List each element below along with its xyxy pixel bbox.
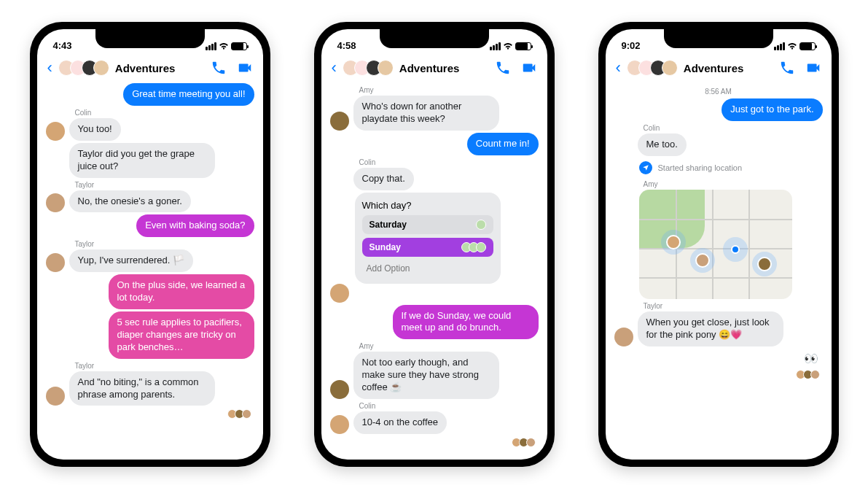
group-avatars[interactable]	[58, 60, 109, 76]
poll-add-option[interactable]: Add Option	[362, 260, 493, 276]
message-bubble[interactable]: Not too early though, and make sure they…	[353, 352, 499, 399]
seen-indicator	[614, 368, 823, 381]
status-right	[490, 41, 531, 51]
map-pin[interactable]	[661, 230, 686, 255]
message-bubble[interactable]: Copy that.	[353, 168, 414, 190]
map-attachment[interactable]	[639, 190, 792, 299]
message-list[interactable]: Amy Who's down for another playdate this…	[321, 83, 547, 460]
voice-call-icon[interactable]	[495, 60, 511, 76]
message-bubble[interactable]: Me too.	[638, 133, 687, 156]
sender-label: Amy	[644, 180, 823, 188]
map-pin-me[interactable]	[723, 237, 748, 262]
message-bubble[interactable]: 10-4 on the coffee	[353, 411, 447, 434]
wifi-icon	[787, 41, 797, 51]
phone-mockup-3: 9:02 ‹ Adventures 8:56 AM Just got to th…	[598, 22, 839, 467]
avatar[interactable]	[330, 380, 349, 399]
avatar[interactable]	[330, 284, 349, 303]
sender-label: Colin	[359, 402, 539, 410]
message-bubble[interactable]: Yup, I've surrendered. 🏳️	[69, 249, 193, 272]
chat-header: ‹ Adventures	[606, 54, 832, 83]
location-share-notice: Started sharing location	[639, 158, 823, 177]
location-icon	[639, 161, 652, 174]
back-button[interactable]: ‹	[47, 58, 52, 77]
wifi-icon	[503, 41, 513, 51]
message-bubble[interactable]: Even with baking soda?	[136, 214, 254, 237]
status-right	[774, 41, 816, 51]
message-bubble[interactable]: Great time meeting you all!	[123, 83, 254, 106]
message-bubble[interactable]: You too!	[69, 118, 121, 141]
sender-label: Taylor	[75, 240, 254, 248]
avatar[interactable]	[46, 193, 65, 212]
battery-icon	[515, 42, 531, 50]
message-bubble[interactable]: Count me in!	[467, 133, 539, 155]
avatar[interactable]	[614, 328, 633, 346]
notch	[664, 29, 773, 48]
phone-mockup-1: 4:43 ‹ Adventures Great time meeting you…	[30, 22, 270, 467]
seen-indicator	[46, 408, 254, 420]
signal-icon	[490, 42, 501, 50]
message-list[interactable]: 8:56 AM Just got to the park. Colin Me t…	[606, 83, 832, 460]
timestamp: 8:56 AM	[614, 88, 823, 96]
status-right	[206, 41, 247, 51]
video-call-icon[interactable]	[237, 60, 253, 76]
back-button[interactable]: ‹	[616, 58, 621, 77]
voice-call-icon[interactable]	[211, 60, 227, 76]
poll-card[interactable]: Which day? Saturday Sunday Add Option	[355, 193, 501, 284]
signal-icon	[774, 42, 785, 50]
reaction[interactable]: 👀	[614, 349, 823, 368]
screen: 9:02 ‹ Adventures 8:56 AM Just got to th…	[606, 29, 832, 460]
sender-label: Colin	[644, 124, 823, 132]
wifi-icon	[219, 41, 229, 51]
avatar[interactable]	[46, 253, 65, 272]
avatar[interactable]	[330, 415, 349, 434]
message-bubble[interactable]: And "no biting," is a common phrase amon…	[69, 371, 215, 406]
chat-title[interactable]: Adventures	[399, 62, 489, 74]
back-button[interactable]: ‹	[332, 58, 337, 77]
clock: 4:58	[337, 40, 356, 51]
poll-question: Which day?	[362, 200, 493, 211]
message-list[interactable]: Great time meeting you all! Colin You to…	[37, 83, 263, 460]
map-pin[interactable]	[690, 248, 715, 273]
sender-label: Taylor	[75, 362, 254, 370]
chat-header: ‹ Adventures	[37, 54, 263, 83]
chat-title[interactable]: Adventures	[684, 62, 773, 74]
sender-label: Colin	[75, 109, 254, 117]
sender-label: Amy	[359, 342, 539, 350]
seen-indicator	[330, 436, 539, 449]
chat-title[interactable]: Adventures	[115, 62, 205, 74]
avatar[interactable]	[46, 122, 65, 141]
notch	[380, 29, 489, 48]
clock: 9:02	[622, 40, 641, 51]
clock: 4:43	[53, 40, 72, 51]
video-call-icon[interactable]	[805, 60, 821, 76]
message-bubble[interactable]: On the plus side, we learned a lot today…	[109, 274, 254, 309]
screen: 4:58 ‹ Adventures Amy Who's down for ano…	[321, 29, 547, 460]
notch	[95, 29, 205, 48]
message-bubble[interactable]: 5 sec rule applies to pacifiers, diaper …	[109, 311, 254, 359]
video-call-icon[interactable]	[521, 60, 537, 76]
message-bubble[interactable]: Just got to the park.	[722, 98, 822, 121]
message-bubble[interactable]: Taylor did you get the grape juice out?	[69, 143, 215, 178]
signal-icon	[206, 42, 216, 50]
screen: 4:43 ‹ Adventures Great time meeting you…	[37, 29, 263, 460]
sender-label: Colin	[359, 158, 539, 166]
chat-header: ‹ Adventures	[321, 54, 547, 83]
poll-option-saturday[interactable]: Saturday	[362, 215, 493, 234]
group-avatars[interactable]	[343, 60, 394, 76]
sender-label: Taylor	[644, 302, 823, 310]
message-bubble[interactable]: No, the onesie's a goner.	[69, 190, 191, 213]
sender-label: Amy	[359, 86, 539, 94]
sender-label: Taylor	[75, 181, 254, 189]
message-bubble[interactable]: If we do Sunday, we could meet up and do…	[393, 305, 539, 340]
voice-call-icon[interactable]	[779, 60, 795, 76]
battery-icon	[231, 42, 247, 50]
battery-icon	[799, 42, 816, 50]
avatar[interactable]	[330, 112, 349, 131]
message-bubble[interactable]: When you get close, just look for the pi…	[638, 311, 783, 346]
map-pin[interactable]	[752, 252, 777, 276]
avatar[interactable]	[46, 387, 65, 406]
poll-option-sunday[interactable]: Sunday	[362, 238, 493, 257]
group-avatars[interactable]	[627, 60, 678, 76]
phone-mockup-2: 4:58 ‹ Adventures Amy Who's down for ano…	[314, 22, 555, 467]
message-bubble[interactable]: Who's down for another playdate this wee…	[353, 96, 499, 131]
